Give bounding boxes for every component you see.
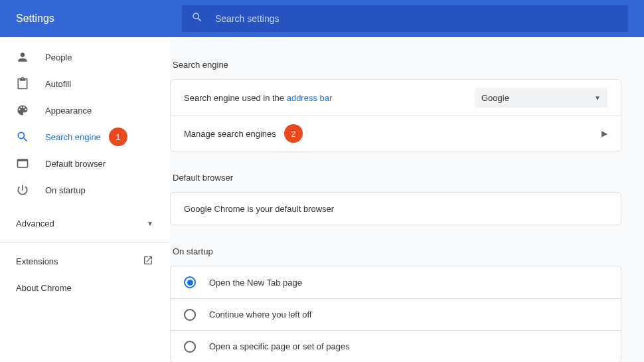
power-icon [16, 183, 29, 197]
radio-button[interactable] [184, 341, 196, 353]
sidebar-advanced[interactable]: Advanced ▼ [0, 210, 169, 236]
radio-button[interactable] [184, 276, 196, 288]
default-browser-card: Google Chrome is your default browser [170, 192, 621, 225]
sidebar-item-default-browser[interactable]: Default browser [0, 150, 169, 177]
palette-icon [16, 104, 29, 117]
search-engine-select[interactable]: Google ▼ [475, 88, 607, 108]
sidebar-item-label: People [45, 52, 72, 62]
advanced-label: Advanced [16, 219, 54, 228]
annotation-2: 2 [284, 124, 303, 143]
sidebar-item-label: Appearance [45, 106, 92, 116]
header: Settings [0, 0, 644, 37]
manage-label: Manage search engines [184, 129, 276, 139]
extensions-label: Extensions [16, 256, 58, 266]
person-icon [16, 50, 29, 64]
startup-option-newtab[interactable]: Open the New Tab page [171, 266, 621, 298]
sidebar: People Autofill Appearance Search engine… [0, 37, 170, 362]
search-icon [191, 11, 203, 26]
annotation-1: 1 [109, 128, 127, 146]
search-engine-text: Search engine used in the address bar [184, 93, 332, 103]
divider [0, 242, 169, 242]
sidebar-item-appearance[interactable]: Appearance [0, 97, 169, 124]
section-title-search-engine: Search engine [170, 50, 621, 79]
search-engine-row: Search engine used in the address bar Go… [171, 80, 621, 116]
about-label: About Chrome [16, 283, 72, 293]
chevron-down-icon: ▼ [594, 94, 601, 102]
search-icon [16, 130, 29, 143]
external-link-icon [143, 255, 153, 268]
sidebar-item-label: Autofill [45, 79, 71, 89]
main-content: Search engine Search engine used in the … [170, 37, 644, 362]
search-engine-card: Search engine used in the address bar Go… [170, 79, 621, 151]
sidebar-item-autofill[interactable]: Autofill [0, 70, 169, 97]
sidebar-item-label: Search engine [45, 132, 101, 142]
radio-label: Open a specific page or set of pages [209, 341, 350, 351]
browser-icon [16, 157, 29, 170]
sidebar-item-startup[interactable]: On startup [0, 177, 169, 203]
section-title-startup: On startup [170, 237, 621, 266]
manage-search-engines-row[interactable]: Manage search engines 2 ▶ [171, 116, 621, 151]
startup-option-specific[interactable]: Open a specific page or set of pages [171, 330, 621, 362]
section-title-default-browser: Default browser [170, 163, 621, 192]
select-value: Google [481, 93, 509, 103]
startup-card: Open the New Tab page Continue where you… [170, 266, 621, 362]
search-input[interactable] [215, 13, 619, 24]
app-title: Settings [16, 13, 182, 25]
startup-option-continue[interactable]: Continue where you left off [171, 298, 621, 330]
search-box[interactable] [182, 5, 628, 32]
sidebar-item-label: Default browser [45, 159, 106, 169]
chevron-down-icon: ▼ [147, 220, 153, 227]
sidebar-about[interactable]: About Chrome [0, 274, 169, 301]
address-bar-link[interactable]: address bar [287, 93, 333, 103]
default-browser-row: Google Chrome is your default browser [171, 193, 621, 225]
chevron-right-icon: ▶ [602, 129, 607, 138]
default-browser-text: Google Chrome is your default browser [184, 204, 334, 214]
sidebar-extensions[interactable]: Extensions [0, 248, 169, 274]
sidebar-item-people[interactable]: People [0, 44, 169, 70]
sidebar-item-search-engine[interactable]: Search engine 1 [0, 124, 169, 150]
radio-button[interactable] [184, 309, 196, 321]
clipboard-icon [16, 77, 29, 90]
sidebar-item-label: On startup [45, 185, 86, 195]
radio-label: Open the New Tab page [209, 278, 302, 288]
radio-label: Continue where you left off [209, 310, 311, 319]
